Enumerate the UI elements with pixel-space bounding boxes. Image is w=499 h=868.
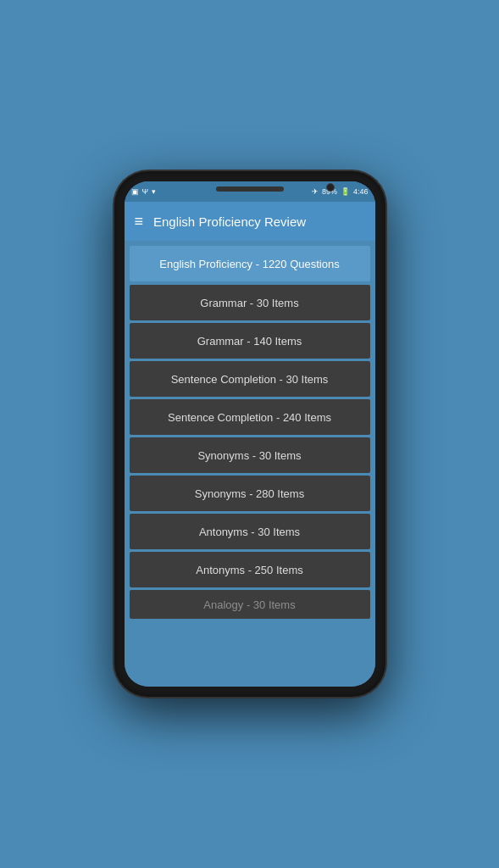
list-item-label: Sentence Completion - 240 Items bbox=[168, 411, 331, 424]
status-right-info: ✈ 89% 🔋 4:46 bbox=[312, 187, 369, 196]
list-item[interactable]: Synonyms - 30 Items bbox=[130, 437, 370, 473]
time-display: 4:46 bbox=[353, 187, 369, 196]
screen-icon: ▣ bbox=[131, 187, 139, 196]
airplane-icon: ✈ bbox=[312, 187, 319, 196]
list-item-label: Analogy - 30 Items bbox=[203, 598, 295, 611]
usb-icon: Ψ bbox=[142, 187, 149, 196]
list-item-label: Antonyms - 30 Items bbox=[199, 526, 300, 538]
list-item-label: Synonyms - 30 Items bbox=[197, 449, 301, 462]
list-item-label: Grammar - 140 Items bbox=[197, 335, 302, 348]
list-item-label: Antonyms - 250 Items bbox=[196, 564, 302, 576]
phone-device: ▣ Ψ ▾ ✈ 89% 🔋 4:46 ≡ English Proficiency… bbox=[114, 171, 385, 697]
app-title: English Proficiency Review bbox=[153, 214, 306, 229]
phone-screen: ▣ Ψ ▾ ✈ 89% 🔋 4:46 ≡ English Proficiency… bbox=[125, 181, 375, 687]
list-item[interactable]: Synonyms - 280 Items bbox=[130, 476, 370, 511]
list-item[interactable]: Grammar - 30 Items bbox=[130, 285, 370, 320]
menu-button[interactable]: ≡ bbox=[135, 214, 144, 229]
list-item[interactable]: Antonyms - 30 Items bbox=[130, 514, 370, 549]
status-left-icons: ▣ Ψ ▾ bbox=[131, 187, 157, 196]
app-bar: ≡ English Proficiency Review bbox=[125, 202, 375, 241]
battery-percent: 89% bbox=[322, 187, 337, 196]
list-item[interactable]: Grammar - 140 Items bbox=[130, 323, 370, 359]
category-header-text: English Proficiency - 1220 Questions bbox=[159, 258, 339, 270]
location-icon: ▾ bbox=[152, 187, 156, 196]
list-item-label: Synonyms - 280 Items bbox=[195, 487, 304, 500]
battery-icon: 🔋 bbox=[341, 187, 350, 196]
list-item-label: Grammar - 30 Items bbox=[200, 297, 298, 309]
status-bar: ▣ Ψ ▾ ✈ 89% 🔋 4:46 bbox=[125, 181, 375, 202]
list-item[interactable]: Sentence Completion - 240 Items bbox=[130, 399, 370, 435]
category-header: English Proficiency - 1220 Questions bbox=[130, 246, 370, 281]
list-item-partial[interactable]: Analogy - 30 Items bbox=[130, 590, 370, 619]
list-container: Grammar - 30 Items Grammar - 140 Items S… bbox=[130, 285, 370, 619]
list-item-label: Sentence Completion - 30 Items bbox=[171, 373, 329, 386]
list-item[interactable]: Sentence Completion - 30 Items bbox=[130, 361, 370, 397]
content-area: English Proficiency - 1220 Questions Gra… bbox=[125, 241, 375, 687]
list-item[interactable]: Antonyms - 250 Items bbox=[130, 552, 370, 587]
